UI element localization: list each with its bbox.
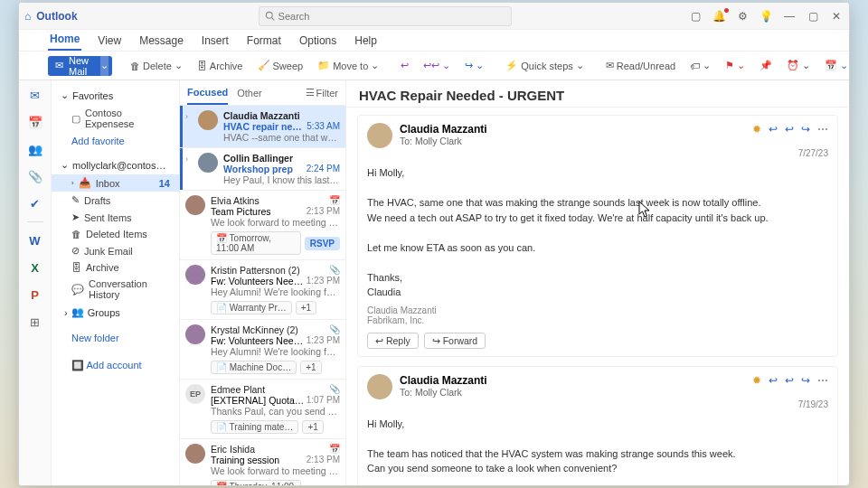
- groups-header[interactable]: › 👥 Groups: [52, 303, 179, 322]
- folder-archive[interactable]: 🗄Archive: [52, 259, 179, 276]
- tab-insert[interactable]: Insert: [200, 34, 231, 51]
- minimize-icon[interactable]: —: [782, 10, 797, 23]
- snooze-button[interactable]: ⏰⌄: [783, 60, 814, 71]
- attachment-chip[interactable]: 📅 Tomorrow, 11:00 AM: [211, 231, 301, 255]
- folder-conversation[interactable]: 💬Conversation History: [52, 276, 179, 303]
- list-item[interactable]: ›Collin BallingerWorkshop prep2:24 PMHey…: [180, 148, 345, 191]
- quicksteps-button[interactable]: ⚡Quick steps⌄: [502, 60, 587, 71]
- settings-icon[interactable]: ⚙: [735, 10, 750, 23]
- rail-people-icon[interactable]: 👥: [26, 140, 44, 158]
- favorites-header[interactable]: ⌄ Favorites: [52, 86, 179, 105]
- forward-button[interactable]: ↪⌄: [461, 60, 487, 71]
- folder-drafts[interactable]: ✎Drafts: [52, 192, 179, 209]
- preview: We look forward to meeting our fall…: [211, 465, 340, 476]
- tab-format[interactable]: Format: [245, 34, 283, 51]
- sweep-button[interactable]: 🧹Sweep: [254, 60, 307, 71]
- archive-button[interactable]: 🗄Archive: [193, 61, 247, 71]
- more-icon[interactable]: ⋯: [817, 123, 828, 136]
- reply-button[interactable]: ↩: [397, 60, 412, 71]
- summarize-icon[interactable]: ✹: [752, 123, 761, 136]
- filter-button[interactable]: ☰Filter: [306, 87, 338, 99]
- tab-home[interactable]: Home: [48, 33, 81, 51]
- rsvp-button[interactable]: RSVP: [305, 237, 340, 250]
- reply-all-icon[interactable]: ↩: [785, 374, 794, 387]
- rail-files-icon[interactable]: 📎: [26, 167, 44, 185]
- new-folder-link[interactable]: New folder: [52, 329, 179, 347]
- list-item[interactable]: ›Claudia MazzantiHVAC repair needed - U …: [180, 106, 345, 148]
- attachment-chip[interactable]: 📅 Thursday, 11:00 AM: [211, 480, 301, 485]
- add-account-link[interactable]: 🔲 Add account: [52, 356, 179, 375]
- tips-icon[interactable]: 💡: [759, 10, 773, 23]
- reply-all-icon[interactable]: ↩: [785, 123, 794, 136]
- maximize-icon[interactable]: ▢: [806, 10, 820, 23]
- rail-ppt-icon[interactable]: P: [26, 286, 44, 304]
- tab-help[interactable]: Help: [353, 34, 379, 51]
- folder-sent[interactable]: ➤Sent Items: [52, 209, 179, 226]
- rail-more-icon[interactable]: ⊞: [26, 313, 44, 331]
- rail-calendar-icon[interactable]: 📅: [26, 113, 44, 131]
- rsvp-button[interactable]: RSVP: [305, 485, 340, 486]
- attachment-chip[interactable]: 📄 Machine Doc…: [211, 361, 297, 374]
- archive-icon: 🗄: [197, 61, 207, 71]
- forward-button[interactable]: ↪ Forward: [424, 333, 486, 349]
- time: 2:13 PM: [307, 455, 340, 465]
- list-item[interactable]: Krystal McKinney (2)📎Fw: Volunteers Need…: [180, 320, 345, 380]
- folder-inbox[interactable]: ›📥Inbox14: [52, 174, 179, 192]
- pin-button[interactable]: 📌: [756, 60, 776, 71]
- tab-message[interactable]: Message: [137, 34, 185, 51]
- sender: Eric Ishida: [211, 444, 255, 455]
- close-icon[interactable]: ✕: [829, 10, 844, 23]
- reply-button[interactable]: ↩ Reply: [367, 333, 419, 349]
- tag-button[interactable]: 🏷⌄: [686, 60, 714, 71]
- list-header: Focused Other ☰Filter: [180, 80, 345, 106]
- other-tab[interactable]: Other: [237, 88, 262, 99]
- svg-line-1: [271, 18, 274, 21]
- readunread-button[interactable]: ✉Read/Unread: [602, 60, 679, 71]
- notifications-icon[interactable]: 🔔: [712, 10, 726, 23]
- new-mail-button[interactable]: ✉ New Mail ⌄: [48, 56, 112, 76]
- flag-button[interactable]: ⚑⌄: [722, 60, 749, 71]
- folder-contoso[interactable]: ▢Contoso Expensese: [52, 105, 179, 132]
- summarize-icon[interactable]: ✹: [752, 374, 761, 387]
- time: 2:24 PM: [307, 164, 340, 174]
- account-header[interactable]: ⌄ mollyclark@contoso.com: [52, 155, 179, 174]
- reply-icon[interactable]: ↩: [769, 123, 778, 136]
- rail-word-icon[interactable]: W: [26, 231, 44, 249]
- more-attachments[interactable]: +1: [300, 361, 321, 374]
- search-box[interactable]: Search: [259, 6, 512, 26]
- attachment-chip[interactable]: 📄 Training mate…: [211, 420, 298, 434]
- more-icon[interactable]: ⋯: [817, 374, 828, 387]
- reply-all-button[interactable]: ↩↩⌄: [420, 60, 454, 71]
- expand-chevron[interactable]: ›: [185, 110, 193, 143]
- list-item[interactable]: Kristin Pattersnon (2)📎Fw: Volunteers Ne…: [180, 260, 345, 320]
- filter-icon: ☰: [306, 87, 315, 99]
- more-attachments[interactable]: +1: [302, 420, 323, 434]
- folder-junk[interactable]: ⊘Junk Email: [52, 242, 179, 259]
- expand-chevron[interactable]: ›: [185, 153, 193, 185]
- tab-options[interactable]: Options: [297, 34, 338, 51]
- list-item[interactable]: Eric Ishida📅Training session2:13 PMWe lo…: [180, 439, 345, 485]
- forward-icon[interactable]: ↪: [801, 123, 810, 136]
- add-favorite-link[interactable]: Add favorite: [52, 132, 179, 150]
- list-item[interactable]: Elvia Atkins📅Team Pictures2:13 PMWe look…: [180, 191, 345, 260]
- new-mail-chevron[interactable]: ⌄: [100, 56, 108, 76]
- folder-deleted[interactable]: 🗑Deleted Items: [52, 226, 179, 242]
- item-indicator-icon: 📎: [329, 265, 340, 276]
- time: 1:23 PM: [307, 335, 340, 346]
- tab-view[interactable]: View: [96, 34, 123, 51]
- forward-icon[interactable]: ↪: [801, 374, 810, 387]
- attachment-chip[interactable]: 📄 Warranty Pr…: [211, 301, 292, 314]
- rail-mail-icon[interactable]: ✉: [26, 86, 44, 104]
- rail-excel-icon[interactable]: X: [26, 258, 44, 277]
- meet-now-icon[interactable]: ▢: [688, 10, 703, 23]
- list-item[interactable]: EPEdmee Plant📎[EXTERNAL] Quota per…1:07 …: [180, 380, 345, 439]
- focused-tab[interactable]: Focused: [187, 87, 228, 105]
- more-attachments[interactable]: +1: [296, 301, 316, 314]
- item-indicator-icon: 📅: [329, 444, 340, 455]
- schedule-button[interactable]: 📅⌄: [821, 60, 849, 71]
- bolt-icon: ⚡: [505, 60, 518, 71]
- rail-todo-icon[interactable]: ✔: [26, 194, 44, 212]
- reply-icon[interactable]: ↩: [769, 374, 778, 387]
- moveto-button[interactable]: 📁Move to⌄: [314, 60, 382, 71]
- delete-button[interactable]: 🗑Delete⌄: [127, 60, 186, 71]
